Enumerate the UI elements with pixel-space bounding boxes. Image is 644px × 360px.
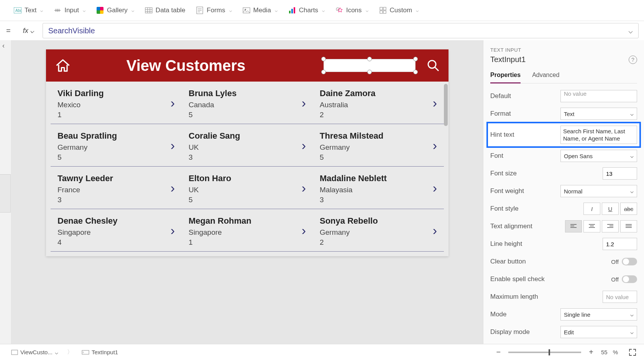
chevron-right-icon[interactable]: › — [302, 95, 306, 110]
prop-text-align: Text alignment — [490, 218, 637, 235]
chevron-right-icon[interactable]: › — [302, 223, 306, 238]
format-select[interactable]: Text⌵ — [560, 108, 637, 120]
left-rail-tab[interactable] — [0, 174, 11, 213]
input-icon — [54, 7, 61, 14]
chevron-right-icon[interactable]: › — [171, 180, 175, 195]
gallery-item[interactable]: Viki DarlingMexico1› — [51, 82, 182, 124]
max-length-input[interactable] — [603, 291, 637, 303]
zoom-slider[interactable] — [508, 352, 581, 353]
hint-text-input[interactable]: Search First Name, Last Name, or Agent N… — [560, 126, 637, 144]
line-height-input[interactable] — [603, 238, 637, 250]
prop-max-length: Maximum length — [490, 288, 637, 306]
control-category: TEXT INPUT — [490, 47, 637, 53]
screen-icon — [11, 350, 18, 355]
ribbon-item-datatable[interactable]: Data table — [145, 7, 186, 14]
align-center-button[interactable] — [583, 220, 600, 232]
align-left-button[interactable] — [565, 220, 582, 232]
ribbon-item-icons[interactable]: Icons ⌵ — [335, 7, 368, 14]
help-icon[interactable]: ? — [629, 56, 637, 64]
tab-properties[interactable]: Properties — [490, 69, 521, 83]
formula-input[interactable]: SearchVisible ⌵ — [43, 23, 639, 38]
breadcrumb-control[interactable]: TextInput1 — [78, 347, 122, 357]
gallery-item[interactable]: Denae ChesleySingapore4› — [51, 209, 182, 252]
ribbon-item-custom[interactable]: Custom ⌵ — [379, 7, 419, 14]
ribbon-item-charts[interactable]: Charts ⌵ — [288, 7, 325, 14]
customer-number: 3 — [320, 196, 439, 204]
chevron-right-icon[interactable]: › — [302, 180, 306, 195]
gallery-item[interactable]: Elton HaroUK5› — [182, 167, 313, 209]
strikethrough-button[interactable]: abc — [620, 203, 637, 215]
panel-tabs: Properties Advanced — [490, 69, 637, 83]
italic-button[interactable]: I — [583, 203, 600, 215]
display-mode-select[interactable]: Edit⌵ — [560, 326, 637, 338]
tab-advanced[interactable]: Advanced — [532, 69, 559, 83]
fx-button[interactable]: fx ⌵ — [18, 26, 39, 35]
gallery-item[interactable]: Sonya RebelloGermany2› — [313, 209, 444, 252]
align-justify-button[interactable] — [620, 220, 637, 232]
gallery-item[interactable]: Madaline NeblettMalayasia3› — [313, 167, 444, 209]
ribbon-item-text[interactable]: Abc Text ⌵ — [14, 7, 43, 14]
chevron-left-icon[interactable]: ‹ — [2, 42, 5, 50]
font-select[interactable]: Open Sans⌵ — [560, 150, 637, 162]
gallery-item[interactable]: Tawny LeederFrance3› — [51, 167, 182, 209]
font-weight-select[interactable]: Normal⌵ — [560, 185, 637, 197]
resize-handle[interactable] — [413, 70, 418, 74]
resize-handle[interactable] — [367, 57, 372, 61]
ribbon-item-gallery[interactable]: Gallery ⌵ — [96, 7, 134, 14]
ribbon-item-media[interactable]: Media ⌵ — [243, 7, 278, 14]
clear-button-toggle[interactable]: Off — [611, 258, 637, 265]
gallery-item[interactable]: Beau SpratlingGermany5› — [51, 124, 182, 167]
chevron-right-icon[interactable]: › — [433, 180, 437, 195]
chevron-right-icon[interactable]: › — [171, 138, 175, 153]
breadcrumb-screen[interactable]: ViewCusto... ⌵ — [8, 347, 62, 358]
resize-handle[interactable] — [321, 57, 326, 61]
customer-name: Viki Darling — [58, 88, 176, 98]
chevron-right-icon[interactable]: › — [433, 223, 437, 238]
ribbon-item-input[interactable]: Input ⌵ — [54, 7, 85, 14]
chevron-down-icon: ⌵ — [40, 8, 43, 13]
customer-gallery[interactable]: Viki DarlingMexico1›Bruna LylesCanada5›D… — [46, 82, 449, 256]
zoom-out-button[interactable]: − — [494, 348, 503, 357]
chevron-down-icon: ⌵ — [630, 188, 634, 195]
chevron-right-icon[interactable]: › — [433, 95, 437, 110]
chevron-down-icon: ⌵ — [30, 26, 34, 35]
prop-spell-check: Enable spell check Off — [490, 270, 637, 288]
chevron-right-icon[interactable]: › — [302, 138, 306, 153]
fullscreen-icon[interactable] — [629, 349, 636, 356]
prop-hint-text: Hint text Search First Name, Last Name, … — [488, 123, 639, 146]
spell-check-toggle[interactable]: Off — [611, 275, 637, 283]
search-icon[interactable] — [426, 59, 440, 72]
gallery-item[interactable]: Daine ZamoraAustralia2› — [313, 82, 444, 124]
font-size-input[interactable] — [603, 167, 637, 180]
resize-handle[interactable] — [367, 70, 372, 74]
gallery-item[interactable]: Thresa MilsteadGermany5› — [313, 124, 444, 167]
tree-view-collapsed[interactable]: ‹ — [0, 40, 12, 344]
chevron-right-icon[interactable]: › — [171, 223, 175, 238]
gallery-item[interactable]: Megan RohmanSingapore1› — [182, 209, 313, 252]
chevron-right-icon[interactable]: › — [171, 95, 175, 110]
customer-country: Australia — [320, 101, 439, 109]
gallery-item[interactable]: Coralie SangUK3› — [182, 124, 313, 167]
default-input[interactable]: No value — [560, 90, 637, 102]
scrollbar-thumb[interactable] — [444, 84, 448, 126]
ribbon-label: Icons — [346, 7, 362, 14]
slider-thumb[interactable] — [549, 349, 550, 355]
underline-button[interactable]: U — [602, 203, 619, 215]
selected-textinput[interactable] — [324, 59, 416, 72]
app-screen: View Customers Viki DarlingMexico1›Bruna… — [46, 49, 449, 256]
prop-label: Font style — [490, 205, 580, 213]
canvas-area[interactable]: View Customers Viki DarlingMexico1›Bruna… — [12, 40, 483, 344]
gallery-item[interactable]: Bruna LylesCanada5› — [182, 82, 313, 124]
resize-handle[interactable] — [321, 70, 326, 74]
chevron-right-icon[interactable]: › — [433, 138, 437, 153]
customer-name: Daine Zamora — [320, 88, 439, 98]
mode-select[interactable]: Single line⌵ — [560, 308, 637, 321]
ribbon-item-forms[interactable]: Forms ⌵ — [196, 7, 232, 14]
prop-label: Default — [490, 92, 557, 100]
customer-name: Beau Spratling — [58, 131, 176, 141]
resize-handle[interactable] — [413, 57, 418, 61]
prop-line-height: Line height — [490, 235, 637, 253]
zoom-in-button[interactable]: + — [586, 348, 596, 357]
align-right-button[interactable] — [602, 220, 619, 232]
prop-label: Mode — [490, 311, 557, 318]
